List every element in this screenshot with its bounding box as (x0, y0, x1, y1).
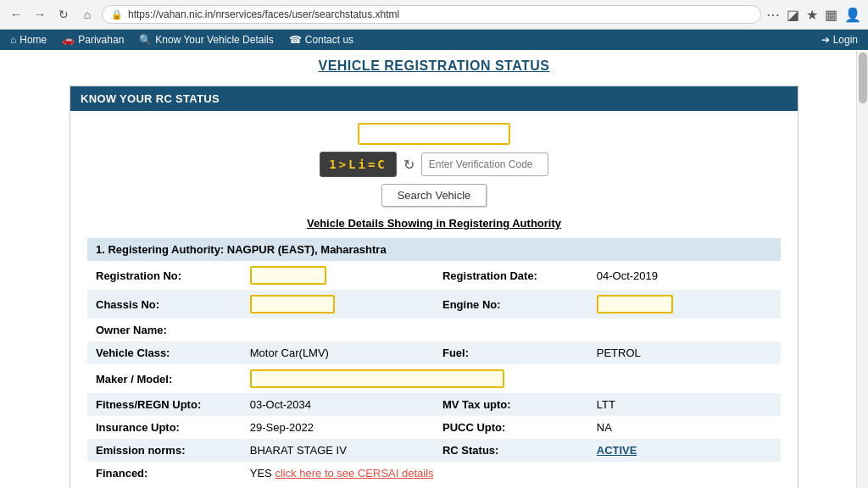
registering-auth-title: 1. Registering Authority: NAGPUR (EAST),… (87, 238, 781, 261)
rc-card-header: KNOW YOUR RC STATUS (70, 86, 798, 111)
financed-label: Financed: (87, 462, 242, 485)
table-row: Maker / Model: (87, 364, 781, 393)
table-row: Vehicle Class: Motor Car(LMV) Fuel: PETR… (87, 341, 781, 364)
reload-button[interactable]: ↻ (54, 5, 73, 24)
fuel-label: Fuel: (434, 341, 588, 364)
table-row: Financed: YES click here to see CERSAI d… (87, 462, 781, 485)
bookmark-icon[interactable]: ◪ (787, 7, 799, 23)
lock-icon: 🔒 (111, 9, 123, 20)
contact-icon: ☎ (289, 34, 302, 46)
maker-model-label: Maker / Model: (87, 364, 242, 393)
chassis-no-label: Chassis No: (87, 290, 242, 319)
insurance-value: 29-Sep-2022 (242, 416, 434, 439)
rc-card-body: 1>Li=C ↻ Search Vehicle Vehicle Details … (70, 111, 798, 488)
captcha-refresh-button[interactable]: ↻ (403, 157, 415, 173)
nav-home[interactable]: ⌂ Home (10, 34, 47, 46)
table-row: Owner Name: (87, 319, 781, 341)
chassis-no-box (250, 295, 335, 313)
reg-no-value (242, 261, 434, 290)
scrollbar-thumb[interactable] (859, 53, 867, 103)
owner-name-value (242, 319, 434, 341)
rc-card: KNOW YOUR RC STATUS 1>Li=C ↻ Search Vehi… (70, 86, 798, 488)
registration-input[interactable] (358, 123, 510, 145)
reg-date-value: 04-Oct-2019 (588, 261, 781, 290)
ellipsis-icon[interactable]: ⋯ (766, 7, 780, 23)
mv-tax-value: LTT (588, 393, 781, 416)
authority-line: Vehicle Details Showing in Registering A… (87, 217, 781, 230)
nav-parivahan[interactable]: 🚗 Parivahan (62, 34, 124, 46)
home-button[interactable]: ⌂ (78, 5, 97, 24)
insurance-label: Insurance Upto: (87, 416, 242, 439)
vehicle-class-label: Vehicle Class: (87, 341, 242, 364)
scrollbar-track (856, 51, 868, 488)
star-icon[interactable]: ★ (806, 7, 818, 23)
table-row: Emission norms: BHARAT STAGE IV RC Statu… (87, 439, 781, 462)
url-text: https://vahan.nic.in/nrservices/faces/us… (128, 8, 752, 20)
maker-model-value (242, 364, 781, 393)
browser-menu-icons: ⋯ ◪ ★ ▦ 👤 (766, 7, 861, 23)
back-button[interactable]: ← (7, 5, 25, 24)
captcha-input[interactable] (421, 152, 548, 176)
maker-model-box (250, 369, 504, 388)
vehicle-class-value: Motor Car(LMV) (242, 341, 434, 364)
engine-no-label: Engine No: (434, 290, 588, 319)
emission-label: Emission norms: (87, 439, 242, 462)
cersai-link[interactable]: click here to see CERSAI details (275, 467, 433, 480)
details-table: Registration No: Registration Date: 04-O… (87, 261, 781, 485)
reg-no-label: Registration No: (87, 261, 242, 290)
home-nav-icon: ⌂ (10, 34, 16, 46)
table-row: Registration No: Registration Date: 04-O… (87, 261, 781, 290)
fuel-value: PETROL (588, 341, 781, 364)
table-row: Chassis No: Engine No: (87, 290, 781, 319)
know-vehicle-icon: 🔍 (139, 34, 152, 46)
engine-no-value (588, 290, 781, 319)
nav-contact[interactable]: ☎ Contact us (289, 34, 353, 46)
forward-button[interactable]: → (31, 5, 49, 24)
fitness-value: 03-Oct-2034 (242, 393, 434, 416)
nav-login[interactable]: ➔ Login (821, 34, 858, 46)
financed-value: YES click here to see CERSAI details (242, 462, 781, 485)
browser-chrome: ← → ↻ ⌂ 🔒 https://vahan.nic.in/nrservice… (0, 0, 868, 30)
pucc-label: PUCC Upto: (434, 416, 588, 439)
reg-no-box (250, 266, 326, 285)
parivahan-nav-icon: 🚗 (62, 34, 75, 46)
emission-value: BHARAT STAGE IV (242, 439, 434, 462)
table-row: Insurance Upto: 29-Sep-2022 PUCC Upto: N… (87, 416, 781, 439)
rc-status-label: RC Status: (434, 439, 588, 462)
browser-toolbar: ← → ↻ ⌂ 🔒 https://vahan.nic.in/nrservice… (0, 0, 868, 29)
search-form: 1>Li=C ↻ Search Vehicle (87, 123, 781, 207)
engine-no-box (597, 295, 673, 313)
captcha-row: 1>Li=C ↻ (320, 152, 548, 177)
captcha-image: 1>Li=C (320, 152, 397, 177)
profile-icon[interactable]: 👤 (844, 7, 861, 23)
search-vehicle-button[interactable]: Search Vehicle (381, 184, 487, 207)
page-content: VEHICLE REGISTRATION STATUS KNOW YOUR RC… (0, 50, 868, 488)
pucc-value: NA (588, 416, 781, 439)
page-title: VEHICLE REGISTRATION STATUS (17, 58, 851, 74)
login-icon: ➔ (821, 34, 830, 46)
rc-status-value: ACTIVE (588, 439, 781, 462)
owner-name-label: Owner Name: (87, 319, 242, 341)
mv-tax-label: MV Tax upto: (434, 393, 588, 416)
table-row: Fitness/REGN Upto: 03-Oct-2034 MV Tax up… (87, 393, 781, 416)
extensions-icon[interactable]: ▦ (825, 7, 837, 23)
chassis-no-value (242, 290, 434, 319)
address-bar[interactable]: 🔒 https://vahan.nic.in/nrservices/faces/… (102, 5, 761, 24)
site-nav: ⌂ Home 🚗 Parivahan 🔍 Know Your Vehicle D… (0, 30, 868, 50)
nav-know-vehicle[interactable]: 🔍 Know Your Vehicle Details (139, 34, 273, 46)
reg-date-label: Registration Date: (434, 261, 588, 290)
fitness-label: Fitness/REGN Upto: (87, 393, 242, 416)
